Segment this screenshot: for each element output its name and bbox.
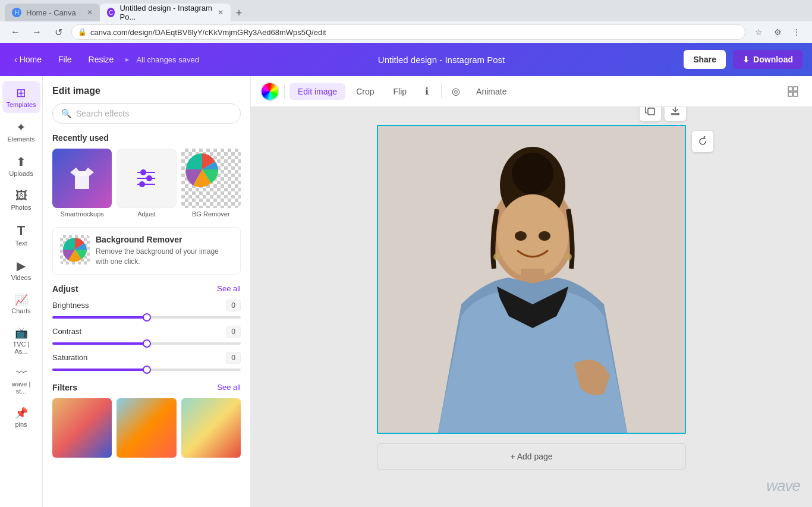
new-tab-button[interactable]: + [231, 5, 247, 21]
address-bar[interactable]: 🔒 canva.com/design/DAEqtBV6lyY/cKkVmjmGR… [71, 24, 745, 40]
flip-tab[interactable]: Flip [385, 83, 416, 100]
filter-item-3[interactable] [181, 398, 241, 458]
sidebar-item-pins[interactable]: 📌 pins [2, 402, 40, 433]
document-title[interactable]: Untitled design - Instagram Post [206, 55, 676, 65]
rotate-button[interactable] [692, 131, 713, 152]
resize-button[interactable]: Resize [84, 52, 119, 67]
file-menu-button[interactable]: File [53, 52, 77, 67]
search-input[interactable] [76, 109, 232, 118]
sidebar-item-uploads[interactable]: ⬆ Uploads [2, 150, 40, 182]
design-tab-close[interactable]: ✕ [218, 8, 224, 17]
animate-button[interactable]: ◎ [446, 82, 465, 101]
canvas-actions [640, 107, 686, 121]
info-button[interactable]: ℹ [417, 82, 436, 101]
contrast-thumb[interactable] [143, 339, 151, 348]
recently-used-grid: Smartmockups Adjust [52, 149, 241, 218]
bg-remover-info: Background Remover Remove the background… [96, 235, 233, 267]
filters-header: Filters See all [52, 383, 241, 392]
svg-point-6 [139, 181, 145, 187]
filter-thumb-1 [52, 398, 112, 458]
extension-icon[interactable]: ⚙ [769, 24, 786, 40]
sidebar-item-tvc[interactable]: 📺 TVC | As... [2, 322, 40, 360]
animate-icon: ◎ [452, 86, 460, 97]
saturation-row: Saturation 0 [52, 352, 241, 371]
chevron-left-icon: ‹ [14, 55, 17, 64]
save-status: All changes saved [136, 55, 199, 64]
recently-used-header: Recently used [52, 133, 241, 143]
sidebar-item-templates[interactable]: ⊞ Templates [2, 81, 40, 113]
filter-thumb-2 [117, 398, 176, 458]
sidebar-item-wave[interactable]: 〰 wave | st... [2, 362, 40, 399]
copy-icon [645, 107, 656, 116]
sidebar-item-videos[interactable]: ▶ Videos [2, 254, 40, 286]
color-palette-button[interactable] [260, 82, 279, 101]
bg-remover-desc: Remove the background of your image with… [96, 247, 233, 267]
browser-tabs: H Home - Canva ✕ C Untitled design - Ins… [0, 0, 812, 21]
brightness-label: Brightness [52, 301, 89, 310]
share-button[interactable]: Share [684, 50, 726, 69]
home-nav-button[interactable]: ‹ Home [10, 52, 46, 67]
bg-remover-title: Background Remover [96, 235, 233, 244]
saturation-fill [52, 369, 147, 371]
canvas-image[interactable] [377, 125, 686, 434]
back-button[interactable]: ← [7, 24, 24, 40]
recent-item-adjust[interactable]: Adjust [117, 149, 176, 218]
charts-icon: 📈 [15, 293, 28, 306]
svg-rect-7 [788, 87, 792, 91]
recent-item-bgremover[interactable]: BG Remover [181, 149, 241, 218]
filter-item-2[interactable] [117, 398, 176, 458]
design-tab-label: Untitled design - Instagram Po... [119, 4, 213, 21]
home-tab-close[interactable]: ✕ [87, 8, 93, 17]
brightness-slider[interactable] [52, 316, 241, 319]
saturation-slider[interactable] [52, 369, 241, 371]
sidebar-item-photos[interactable]: 🖼 Photos [2, 184, 40, 216]
svg-point-4 [146, 175, 152, 181]
brightness-thumb[interactable] [143, 313, 151, 322]
filters-title: Filters [52, 383, 77, 392]
refresh-button[interactable]: ↺ [50, 24, 67, 40]
adjust-see-all[interactable]: See all [217, 284, 241, 293]
crop-tab[interactable]: Crop [348, 83, 382, 100]
grid-view-button[interactable] [783, 82, 802, 101]
bg-remover-feature[interactable]: Background Remover Remove the background… [52, 227, 241, 275]
home-nav-label: Home [20, 55, 42, 64]
copy-button[interactable] [640, 107, 661, 121]
browser-tab-design[interactable]: C Untitled design - Instagram Po... ✕ [100, 4, 231, 21]
animate-tab[interactable]: Animate [468, 83, 515, 100]
svg-point-18 [515, 231, 527, 241]
bookmark-icon[interactable]: ☆ [750, 24, 767, 40]
forward-button[interactable]: → [29, 24, 45, 40]
smartmockups-label: Smartmockups [60, 210, 103, 218]
svg-point-21 [565, 253, 572, 260]
edit-image-tab[interactable]: Edit image [289, 83, 345, 100]
saturation-thumb[interactable] [143, 366, 151, 374]
search-box[interactable]: 🔍 [52, 103, 241, 124]
download-button[interactable]: ⬇ Download [733, 50, 802, 69]
filter-item-1[interactable] [52, 398, 112, 458]
sidebar-item-charts[interactable]: 📈 Charts [2, 288, 40, 319]
recent-item-smartmockups[interactable]: Smartmockups [52, 149, 112, 218]
bg-remover-feature-thumb [60, 235, 90, 264]
export-button[interactable] [665, 107, 686, 121]
cursor-indicator: ▸ [125, 55, 129, 64]
contrast-label: Contrast [52, 327, 81, 336]
download-label: Download [753, 55, 793, 64]
add-page-button[interactable]: + Add page [377, 443, 686, 470]
contrast-slider[interactable] [52, 342, 241, 345]
recently-used-title: Recently used [52, 133, 109, 143]
sidebar-item-elements[interactable]: ✦ Elements [2, 115, 40, 147]
home-favicon: H [12, 8, 21, 17]
svg-rect-0 [77, 171, 87, 176]
filters-see-all[interactable]: See all [217, 383, 241, 392]
contrast-row: Contrast 0 [52, 326, 241, 345]
person-photo [378, 126, 686, 434]
svg-point-15 [512, 153, 553, 194]
toolbar: Edit image Crop Flip ℹ ◎ Animate [251, 76, 812, 107]
browser-tab-home[interactable]: H Home - Canva ✕ [5, 4, 100, 21]
sidebar-item-text[interactable]: T Text [2, 218, 40, 251]
canva-favicon: C [107, 8, 115, 17]
menu-icon[interactable]: ⋮ [788, 24, 805, 40]
videos-label: Videos [11, 274, 31, 281]
svg-rect-11 [648, 108, 654, 115]
adjust-section: Adjust See all Brightness 0 [52, 284, 241, 371]
